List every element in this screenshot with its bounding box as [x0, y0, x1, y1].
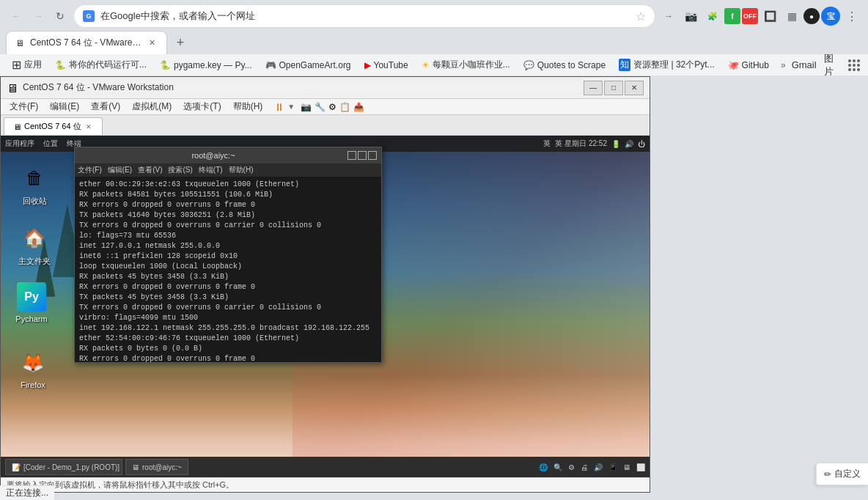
desktop-icon-recycle[interactable]: 🗑 回收站: [11, 163, 58, 207]
vmware-tab-label: CentOS 7 64 位: [24, 121, 81, 132]
bookmark-quotes-label: Quotes to Scrape: [537, 60, 606, 70]
back-button[interactable]: ←: [6, 6, 26, 26]
chrome-browser: ← → ↻ G 在Google中搜索，或者输入一个网址 ☆ → 📷 🧩 f OF…: [0, 0, 868, 500]
vmware-tool2-icon[interactable]: ⚙: [328, 102, 336, 112]
chrome-nav-bar: ← → ↻ G 在Google中搜索，或者输入一个网址 ☆ → 📷 🧩 f OF…: [0, 0, 868, 28]
bookmark-more[interactable]: »: [776, 58, 790, 73]
vmware-menu-vm[interactable]: 虚拟机(M): [126, 99, 177, 114]
vmware-menu-view[interactable]: 查看(V): [85, 99, 126, 114]
vm-vol-icon: 🔊: [594, 463, 603, 471]
vmware-tab-close-button[interactable]: ✕: [84, 122, 93, 131]
images-link[interactable]: 图片: [824, 54, 840, 76]
terminal-line: RX packets 0 bytes 0 (0.0 B): [79, 344, 377, 354]
bookmark-pygame[interactable]: 🐍 pygame.key — Py...: [154, 58, 257, 73]
vm-topbar-right: 英 英 星期日 22:52 🔋 🔊 ⏻: [543, 139, 645, 149]
coder-taskbar-icon: 📝: [12, 463, 21, 471]
terminal-menu-terminal[interactable]: 终端(T): [199, 165, 223, 175]
terminal-line: inet 127.0.0.1 netmask 255.0.0.0: [79, 241, 377, 251]
bookmark-opengameart[interactable]: 🎮 OpenGameArt.org: [260, 58, 357, 73]
vm-date-time: 英 星期日 22:52: [555, 139, 607, 149]
coder-taskbar-label: [Coder - Demo_1.py (ROOT)]: [23, 463, 119, 471]
vmware-menu-file[interactable]: 文件(F): [4, 99, 44, 114]
vmware-display[interactable]: 应用程序 位置 终端 英 英 星期日 22:52 🔋 🔊 ⏻ 🗑: [1, 136, 650, 477]
terminal-line: lo: flags=73 mtu 65536: [79, 231, 377, 241]
bookmark-zhidao[interactable]: 知 资源整理 | 32个Pyt...: [613, 56, 720, 73]
firefox-label: Firefox: [10, 380, 56, 390]
bookmark-coffee[interactable]: ☀ 每颗豆小咖班作业...: [416, 56, 516, 73]
forward-button[interactable]: →: [28, 6, 48, 26]
active-tab[interactable]: 🖥 CentOS 7 64 位 - VMware Workstation ✕: [6, 31, 167, 54]
vmware-tool4-icon[interactable]: 📤: [353, 102, 364, 112]
vm-lang-indicator: 英: [543, 139, 551, 149]
terminal-menu-help[interactable]: 帮助(H): [229, 165, 254, 175]
terminal-close-button[interactable]: ✕: [368, 151, 377, 160]
vm-location-menu[interactable]: 位置: [43, 139, 58, 149]
vmware-tool1-icon[interactable]: 🔧: [315, 102, 326, 112]
bookmark-github-label: GitHub: [742, 60, 769, 70]
terminal-menu-file[interactable]: 文件(F): [78, 165, 102, 175]
pycharm-icon: Py: [17, 282, 46, 312]
taskbar-terminal-item[interactable]: 🖥 root@aiyc:~: [125, 459, 188, 475]
extensions-button[interactable]: 🧩: [702, 6, 723, 26]
feedly-button[interactable]: f: [724, 8, 740, 24]
bookmark-quotes[interactable]: 💬 Quotes to Scrape: [518, 58, 611, 73]
vmware-titlebar: 🖥 CentOS 7 64 位 - VMware Workstation — □…: [1, 77, 650, 99]
terminal-content[interactable]: ether 00:0c:29:3e:e2:63 txqueuelen 1000 …: [75, 177, 381, 362]
vmware-maximize-button[interactable]: □: [604, 81, 623, 95]
terminal-menu-search[interactable]: 搜索(S): [168, 165, 192, 175]
desktop-icon-home[interactable]: 🏠 主文件夹: [11, 224, 58, 268]
vmware-tool3-icon[interactable]: 📋: [339, 102, 350, 112]
vmware-menu-edit[interactable]: 编辑(E): [44, 99, 85, 114]
taskbar-coder-item[interactable]: 📝 [Coder - Demo_1.py (ROOT)]: [5, 459, 122, 475]
vmware-menu-tabs[interactable]: 选项卡(T): [177, 99, 227, 114]
vmware-menu-help[interactable]: 帮助(H): [227, 99, 269, 114]
bookmark-apps[interactable]: ⊞ 应用: [6, 56, 48, 74]
bookmark-youtube[interactable]: ▶ YouTube: [358, 58, 414, 73]
vmware-pause-icon[interactable]: ⏸: [274, 101, 284, 113]
google-apps-icon[interactable]: [847, 56, 861, 74]
pycharm-label: Pycharm: [8, 314, 55, 324]
vmware-close-button[interactable]: ✕: [625, 81, 644, 95]
bookmark-github[interactable]: 🐙 GitHub: [722, 58, 775, 73]
chrome-tabs-bar: 🖥 CentOS 7 64 位 - VMware Workstation ✕ +: [0, 28, 868, 54]
new-tab-button[interactable]: +: [170, 32, 191, 53]
vm-settings-icon: ⚙: [568, 463, 575, 471]
vm-taskbar-right: 🌐 🔍 ⚙ 🖨 🔊 📱 🖥 ⬜: [539, 463, 645, 471]
chrome-menu-button[interactable]: ⋮: [842, 6, 862, 26]
ext2-button[interactable]: ▦: [781, 6, 802, 26]
vmware-snap-icon[interactable]: 📷: [301, 102, 312, 112]
off-button[interactable]: OFF: [742, 8, 758, 24]
address-bar[interactable]: G 在Google中搜索，或者输入一个网址 ☆: [73, 4, 655, 28]
ext3-button[interactable]: ●: [803, 8, 820, 24]
screenshot-button[interactable]: 📷: [680, 6, 701, 26]
bookmark-youtube-label: YouTube: [374, 60, 408, 70]
terminal-menu-view[interactable]: 查看(V): [138, 165, 162, 175]
terminal-window[interactable]: root@aiyc:~ — □ ✕ 文件(F) 编辑(E) 查看(V) 搜索(S…: [74, 147, 382, 363]
vm-apps-menu[interactable]: 应用程序: [5, 139, 34, 149]
tab-close-button[interactable]: ✕: [146, 37, 158, 49]
tab-title: CentOS 7 64 位 - VMware Workstation: [30, 37, 141, 49]
desktop-icon-firefox[interactable]: 🦊 Firefox: [10, 348, 56, 390]
chrome-content: 🖥 CentOS 7 64 位 - VMware Workstation — □…: [0, 76, 868, 500]
vm-network-icon: 🌐: [539, 463, 548, 471]
terminal-menu-edit[interactable]: 编辑(E): [108, 165, 132, 175]
vmware-dropdown-icon[interactable]: ▼: [287, 103, 295, 111]
cast-button[interactable]: →: [658, 6, 679, 26]
google-icon: G: [83, 10, 95, 22]
bookmark-star-icon[interactable]: ☆: [636, 10, 646, 23]
reload-button[interactable]: ↻: [50, 6, 70, 26]
desktop-icon-pycharm[interactable]: Py Pycharm: [8, 282, 55, 324]
terminal-maximize-button[interactable]: □: [358, 151, 367, 160]
vmware-minimize-button[interactable]: —: [584, 81, 603, 95]
bookmark-py-code[interactable]: 🐍 将你的代码运行可...: [49, 56, 152, 73]
gmail-link[interactable]: Gmail: [792, 59, 817, 70]
terminal-line: ether 00:0c:29:3e:e2:63 txqueuelen 1000 …: [79, 180, 377, 190]
user-menu-button[interactable]: 宝: [821, 7, 840, 26]
ext1-button[interactable]: 🔲: [760, 6, 780, 26]
bookmark-apps-label: 应用: [24, 59, 42, 71]
terminal-minimize-button[interactable]: —: [347, 151, 356, 160]
bookmark-py-code-label: 将你的代码运行可...: [69, 59, 147, 71]
vmware-active-tab[interactable]: 🖥 CentOS 7 64 位 ✕: [4, 117, 103, 135]
customize-button[interactable]: ✏ 自定义: [816, 463, 868, 485]
terminal-line: TX errors 0 dropped 0 overruns 0 carrier…: [79, 303, 377, 313]
